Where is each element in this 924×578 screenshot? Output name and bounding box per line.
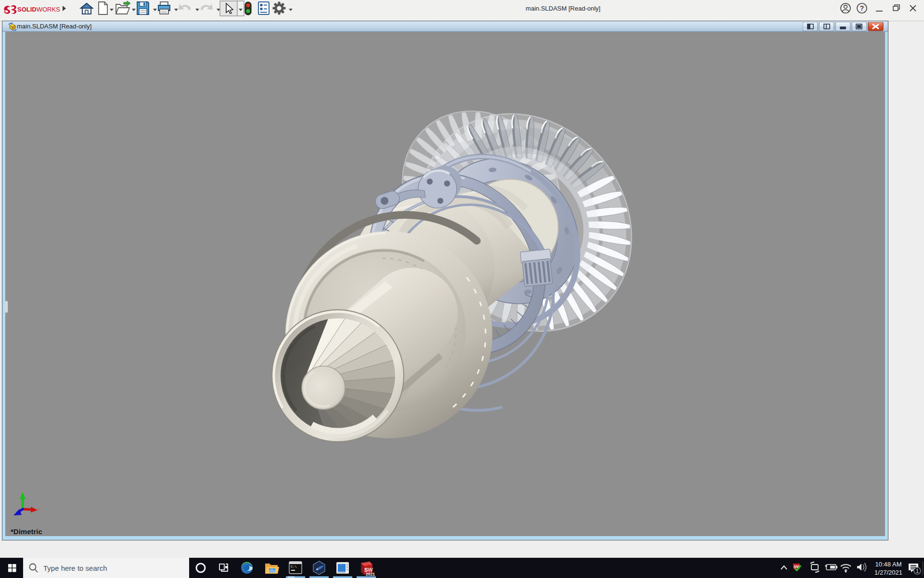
svg-text:main.SLDASM [Read-only]: main.SLDASM [Read-only] (526, 5, 600, 12)
svg-text:?: ? (860, 4, 864, 12)
svg-text:1: 1 (916, 568, 919, 574)
svg-text:*Dimetric: *Dimetric (11, 527, 42, 536)
svg-text:10:48 AM: 10:48 AM (875, 561, 902, 568)
svg-text:SOLIDWORKS: SOLIDWORKS (17, 6, 60, 13)
svg-text:1/27/2021: 1/27/2021 (874, 569, 902, 576)
svg-text:C:\: C:\ (291, 565, 297, 569)
svg-text:Type here to search: Type here to search (43, 564, 107, 572)
svg-text:2021: 2021 (366, 572, 375, 577)
svg-text:x: x (38, 507, 40, 512)
